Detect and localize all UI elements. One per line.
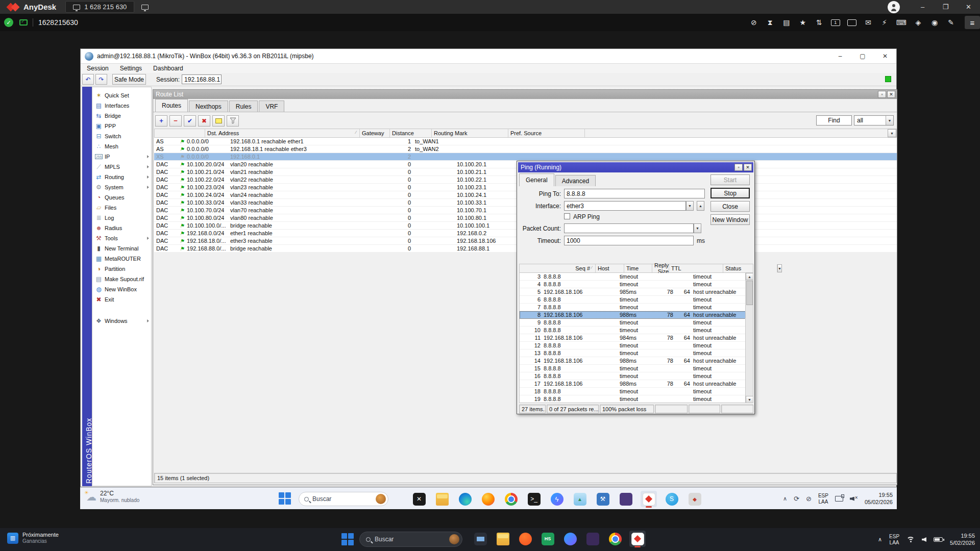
anydesk-minimize-button[interactable]: – <box>911 0 934 14</box>
start-button[interactable] <box>278 492 291 505</box>
actions-icon[interactable]: ⚡ <box>880 17 889 28</box>
safe-mode-button[interactable]: Safe Mode <box>112 74 146 85</box>
column-header[interactable]: Status <box>723 264 777 272</box>
scroll-up-icon[interactable]: ▲ <box>746 273 753 280</box>
comment-button[interactable] <box>212 115 225 127</box>
ping-row[interactable]: 13 8.8.8.8 timeout timeout <box>520 349 753 357</box>
column-header[interactable]: Gateway <box>360 129 390 137</box>
taskbar-app-folder[interactable] <box>434 491 450 507</box>
keyboard-icon[interactable]: ⌨ <box>896 17 906 28</box>
column-header[interactable]: Pref. Source <box>508 129 585 137</box>
ping-close-button[interactable]: ✕ <box>744 164 752 171</box>
arp-ping-checkbox[interactable] <box>564 213 570 219</box>
taskbar-app-skype[interactable]: S <box>664 491 680 507</box>
permissions-icon[interactable]: ◈ <box>914 17 923 28</box>
tray-chevron-icon[interactable]: ∧ <box>783 495 787 502</box>
winbox-titlebar[interactable]: admin@192.168.88.1 (MikroTik) - WinBox (… <box>81 49 896 64</box>
ping-row[interactable]: 18 8.8.8.8 timeout timeout <box>520 388 753 395</box>
user-avatar[interactable] <box>888 1 900 13</box>
start-button[interactable] <box>341 533 354 546</box>
scrollbar[interactable]: ▲ ▼ <box>745 273 753 403</box>
ping-titlebar[interactable]: Ping (Running) ▫✕ <box>518 162 753 172</box>
winbox-minimize-button[interactable]: – <box>829 49 851 63</box>
taskbar-app-chrome[interactable] <box>503 491 519 507</box>
tab-nexthops[interactable]: Nexthops <box>189 101 228 112</box>
sidebar-item-partition[interactable]: ◑ Partition <box>92 264 151 274</box>
undo-button[interactable]: ↶ <box>82 74 94 85</box>
start-button[interactable]: Start <box>710 174 750 185</box>
column-header[interactable]: Time <box>624 264 652 272</box>
anydesk-close-button[interactable]: ✕ <box>957 0 980 14</box>
taskbar-app-chrome[interactable] <box>607 531 623 547</box>
sidebar-item-metarouter[interactable]: ▦ MetaROUTER <box>92 254 151 264</box>
ping-row[interactable]: 4 8.8.8.8 timeout timeout <box>520 281 753 288</box>
route-row[interactable]: XS ⚑0.0.0.0/0 192.168.0.1 2 <box>154 153 897 161</box>
new-session-button[interactable] <box>141 5 149 10</box>
tray-chevron-icon[interactable]: ∧ <box>878 536 882 543</box>
connection-data-icon[interactable]: ▤ <box>782 17 791 28</box>
sidebar-item-make-supout[interactable]: ▤ Make Supout.rif <box>92 274 151 284</box>
timeout-input[interactable]: 1000 <box>564 236 694 245</box>
file-transfer-icon[interactable]: ⇅ <box>815 17 824 28</box>
column-menu-button[interactable]: ▼ <box>888 129 896 137</box>
ping-row[interactable]: 16 8.8.8.8 timeout timeout <box>520 372 753 380</box>
ping-row[interactable]: 12 8.8.8.8 timeout timeout <box>520 342 753 349</box>
session-tab[interactable]: 1 628 215 630 <box>65 1 134 13</box>
interface-clear-button[interactable]: ▲ <box>697 201 704 211</box>
search-box[interactable]: Buscar <box>299 492 388 506</box>
route-row[interactable]: AS ⚑0.0.0.0/0 192.168.0.1 reachable ethe… <box>154 138 897 145</box>
sidebar-item-log[interactable]: ≣ Log <box>92 213 151 223</box>
sidebar-item-queues[interactable]: ◔ Queues <box>92 192 151 203</box>
sidebar-item-ip[interactable]: 255 IP <box>92 152 151 162</box>
session-duration-icon[interactable]: ⧗ <box>766 17 775 28</box>
taskbar-app-purple[interactable] <box>618 491 634 507</box>
column-header[interactable] <box>155 129 205 137</box>
column-header[interactable]: Reply Size <box>652 264 669 272</box>
interface-input[interactable]: ether3 <box>564 201 686 211</box>
column-header[interactable]: Routing Mark <box>432 129 508 137</box>
search-avatar[interactable] <box>449 534 459 544</box>
session-input[interactable]: 192.168.88.1 <box>182 74 222 84</box>
sidebar-item-interfaces[interactable]: ▤ Interfaces <box>92 101 151 111</box>
ping-row[interactable]: 9 8.8.8.8 timeout timeout <box>520 319 753 327</box>
stop-button[interactable]: Stop <box>710 188 750 198</box>
ping-row[interactable]: 6 8.8.8.8 timeout timeout <box>520 296 753 304</box>
redo-button[interactable]: ↷ <box>95 74 107 85</box>
column-menu-button[interactable]: ▼ <box>777 264 782 272</box>
ping-row[interactable]: 19 8.8.8.8 timeout timeout <box>520 395 753 403</box>
volume-muted-icon[interactable]: ✕ <box>850 496 858 502</box>
taskbar-app-brave[interactable] <box>517 531 533 547</box>
sidebar-item-files[interactable]: ▱ Files <box>92 203 151 213</box>
sidebar-item-new-terminal[interactable]: ▮ New Terminal <box>92 243 151 254</box>
taskbar-app-tools[interactable]: ⚒ <box>595 491 611 507</box>
tab-general[interactable]: General <box>519 173 554 186</box>
column-header[interactable]: Distance <box>390 129 432 137</box>
sidebar-item-ppp[interactable]: ▣ PPP <box>92 121 151 131</box>
route-filter-dropdown[interactable]: all ▼ <box>854 115 894 126</box>
taskbar-app-pc[interactable] <box>472 531 488 547</box>
sidebar-item-tools[interactable]: ⚒ Tools <box>92 233 151 243</box>
taskbar-app-photos[interactable]: ▲ <box>572 491 588 507</box>
volume-icon[interactable] <box>922 537 926 542</box>
favorites-icon[interactable]: ★ <box>798 17 807 28</box>
widgets-button[interactable]: ▥ Próximamente Ganancias <box>7 532 59 544</box>
taskbar-app-folder[interactable] <box>495 531 511 547</box>
sidebar-item-mesh[interactable]: ∴ Mesh <box>92 141 151 152</box>
taskbar-app-x[interactable]: ✕ <box>411 491 427 507</box>
sidebar-item-system[interactable]: ⚙ System <box>92 182 151 192</box>
column-header[interactable]: TTL <box>669 264 723 272</box>
enable-button[interactable]: ✔ <box>184 115 196 127</box>
chat-icon[interactable]: ✉ <box>864 17 873 28</box>
sidebar-item-new-winbox[interactable]: ◍ New WinBox <box>92 284 151 294</box>
sidebar-item-mpls[interactable]: ⟋ MPLS <box>92 162 151 172</box>
cast-icon[interactable] <box>835 496 843 502</box>
menu-icon[interactable]: ≡ <box>965 16 980 29</box>
sync-icon[interactable]: ⟳ <box>794 495 799 503</box>
sidebar-item-bridge[interactable]: ⇆ Bridge <box>92 111 151 121</box>
taskbar-app-firefox[interactable] <box>480 491 496 507</box>
weather-widget[interactable]: ☁☀ 22°C Mayorm. nublado <box>86 490 139 503</box>
menu-item[interactable]: Dashboard <box>153 65 183 72</box>
filter-button[interactable] <box>227 115 239 127</box>
disable-button[interactable]: ✖ <box>198 115 210 127</box>
ping-row[interactable]: 5 192.168.18.106 985ms 78 64 host unreac… <box>520 288 753 296</box>
